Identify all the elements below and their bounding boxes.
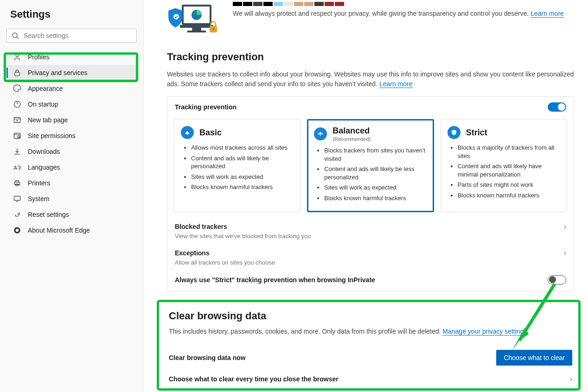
language-icon: A字 [13,163,21,171]
strict-icon [447,126,460,139]
sidebar-item-privacy[interactable]: Privacy and services [6,65,137,81]
exceptions-row[interactable]: Exceptions › Allow all trackers on sites… [167,244,574,271]
sidebar-item-onstartup[interactable]: On startup [6,96,137,112]
sidebar-item-system[interactable]: System [6,191,137,207]
hero-text: We will always protect and respect your … [233,10,530,17]
reset-icon [13,210,21,219]
sidebar-item-label: Site permissions [28,132,76,139]
tracking-card-header: Tracking prevention [167,97,574,114]
svg-point-20 [16,229,19,232]
strict-inprivate-toggle[interactable] [548,275,566,285]
sidebar-item-appearance[interactable]: Appearance [6,81,137,96]
tracking-level-row: Basic Allows most trackers across all si… [167,114,574,218]
page-title: Settings [10,8,137,20]
search-settings-box[interactable] [6,29,137,43]
level-title: Balanced [332,126,371,136]
exceptions-sub: Allow all trackers on sites you choose [175,259,566,266]
cbd-desc: This includes history, passwords, cookie… [169,328,572,335]
tracking-prevention-card: Tracking prevention Basic Allows most tr… [167,96,574,291]
clear-now-row: Clear browsing data now Choose what to c… [169,345,572,370]
settings-sidebar: Settings Profiles Privacy and services A… [0,0,144,392]
level-bullet: Allows most trackers across all sites [191,144,294,152]
chevron-right-icon: › [564,222,566,231]
newtab-icon [13,116,21,124]
svg-point-12 [18,136,20,138]
svg-rect-24 [192,28,201,31]
choose-what-to-clear-button[interactable]: Choose what to clear [496,350,572,366]
chevron-right-icon: › [570,375,572,383]
sidebar-item-label: Languages [28,164,60,171]
search-icon [12,32,19,39]
sidebar-item-label: Reset settings [28,211,69,218]
edge-icon [13,226,21,234]
search-input[interactable] [24,32,132,39]
clear-now-title: Clear browsing data now [169,354,246,361]
strict-inprivate-row: Always use "Strict" tracking prevention … [167,271,574,291]
manage-privacy-settings-link[interactable]: Manage your privacy settings [442,328,527,335]
sidebar-item-label: System [28,195,50,202]
level-bullet: Blocks known harmful trackers [458,191,561,200]
level-bullet: Blocks known harmful trackers [324,194,428,202]
sidebar-item-newtab[interactable]: New tab page [6,112,137,128]
hero-learn-more-link[interactable]: Learn more [530,10,564,18]
sidebar-item-sitepermissions[interactable]: Site permissions [6,128,137,144]
tracking-prevention-desc: Websites use trackers to collect info ab… [167,70,574,89]
chevron-right-icon: › [564,249,566,257]
level-bullet: Blocks known harmful trackers [191,183,294,191]
tracking-learn-more-link[interactable]: Learn more [379,80,413,88]
basic-icon [181,126,194,139]
tracking-level-balanced[interactable]: Balanced (Recommended) Blocks trackers f… [307,119,434,212]
level-bullet: Blocks a majority of trackers from all s… [458,144,561,160]
sidebar-item-label: Printers [28,179,50,187]
svg-rect-25 [187,31,206,32]
sidebar-item-reset[interactable]: Reset settings [6,207,137,222]
tracking-level-strict[interactable]: Strict Blocks a majority of trackers fro… [441,119,567,212]
blocked-trackers-title: Blocked trackers [175,223,227,230]
privacy-illustration [167,2,219,39]
system-icon [13,195,21,203]
lock-icon [13,69,21,77]
appearance-icon [13,84,21,93]
printer-icon [13,179,21,187]
sidebar-item-downloads[interactable]: Downloads [6,144,137,159]
sidebar-item-label: About Microsoft Edge [28,227,90,234]
svg-point-2 [16,54,19,57]
power-icon [13,100,21,108]
level-title: Strict [466,128,487,138]
svg-rect-15 [16,180,19,182]
sidebar-item-label: Appearance [28,85,63,92]
sidebar-item-about[interactable]: About Microsoft Edge [6,222,137,238]
balanced-icon [314,127,327,140]
blocked-trackers-row[interactable]: Blocked trackers › View the sites that w… [167,218,574,244]
svg-rect-3 [15,72,19,76]
tracking-level-basic[interactable]: Basic Allows most trackers across all si… [174,119,300,212]
exceptions-title: Exceptions [175,249,210,257]
svg-line-1 [17,37,19,39]
svg-rect-17 [14,196,20,200]
main-content: We will always protect and respect your … [144,0,588,392]
level-title: Basic [199,128,222,138]
sidebar-item-label: On startup [28,101,58,108]
sidebar-item-printers[interactable]: Printers [6,175,137,191]
level-bullet: Content and ads will likely be personali… [191,154,294,171]
sidebar-item-profiles[interactable]: Profiles [6,49,137,65]
download-icon [13,147,21,156]
tracking-toggle[interactable] [548,102,566,112]
svg-rect-23 [180,25,213,28]
sidebar-item-languages[interactable]: A字 Languages [6,159,137,175]
svg-text:A字: A字 [13,165,21,171]
clear-on-close-row[interactable]: Choose what to clear every time you clos… [169,370,572,388]
level-bullet: Blocks trackers from sites you haven't v… [324,146,428,163]
level-bullet: Content and ads will likely have minimal… [458,162,561,178]
sidebar-item-label: Privacy and services [28,69,87,76]
sidebar-item-label: Downloads [28,148,60,155]
hero-text-block: We will always protect and respect your … [233,2,574,19]
svg-point-0 [13,33,17,38]
sidebar-item-label: Profiles [28,53,50,61]
tracking-card-title: Tracking prevention [175,103,236,111]
level-bullet: Parts of sites might not work [458,181,561,189]
tracking-prevention-title: Tracking prevention [167,51,574,63]
sidebar-item-label: New tab page [28,116,68,124]
profile-icon [13,53,21,61]
strict-inprivate-title: Always use "Strict" tracking prevention … [175,276,375,284]
